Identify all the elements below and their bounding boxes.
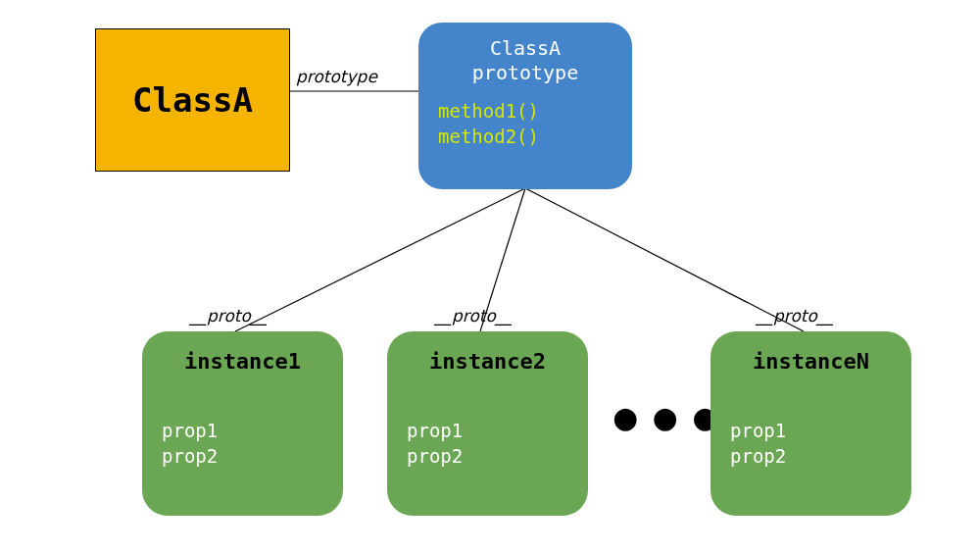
- prototype-methods: method1() method2(): [438, 99, 612, 149]
- prototype-title: ClassA prototype: [438, 36, 612, 85]
- class-label: ClassA: [132, 80, 253, 120]
- prototype-edge-label: prototype: [296, 67, 377, 86]
- instance-box: instance1 prop1 prop2: [142, 331, 343, 516]
- ellipsis-icon: ● ● ●: [612, 400, 719, 434]
- instance-prop: prop2: [730, 444, 892, 470]
- instance-prop: prop1: [162, 419, 323, 444]
- instance-props: prop1 prop2: [162, 419, 323, 469]
- instance-props: prop1 prop2: [407, 419, 568, 469]
- instance-prop: prop2: [162, 444, 323, 470]
- instance-prop: prop1: [730, 419, 892, 444]
- proto-edge-label: __proto__: [757, 306, 834, 326]
- proto-edge-label: __proto__: [435, 306, 513, 326]
- prototype-method: method1(): [438, 99, 612, 125]
- instance-props: prop1 prop2: [730, 419, 892, 469]
- instance-name: instance2: [407, 349, 568, 374]
- proto-edge-label: __proto__: [190, 306, 268, 326]
- instance-prop: prop1: [407, 419, 568, 444]
- prototype-method: method2(): [438, 125, 612, 150]
- class-box: ClassA: [95, 28, 290, 172]
- instance-name: instanceN: [730, 349, 892, 374]
- instance-prop: prop2: [407, 444, 568, 470]
- instance-box: instance2 prop1 prop2: [387, 331, 588, 516]
- instance-box: instanceN prop1 prop2: [710, 331, 911, 516]
- prototype-box: ClassA prototype method1() method2(): [418, 23, 632, 189]
- instance-name: instance1: [162, 349, 323, 374]
